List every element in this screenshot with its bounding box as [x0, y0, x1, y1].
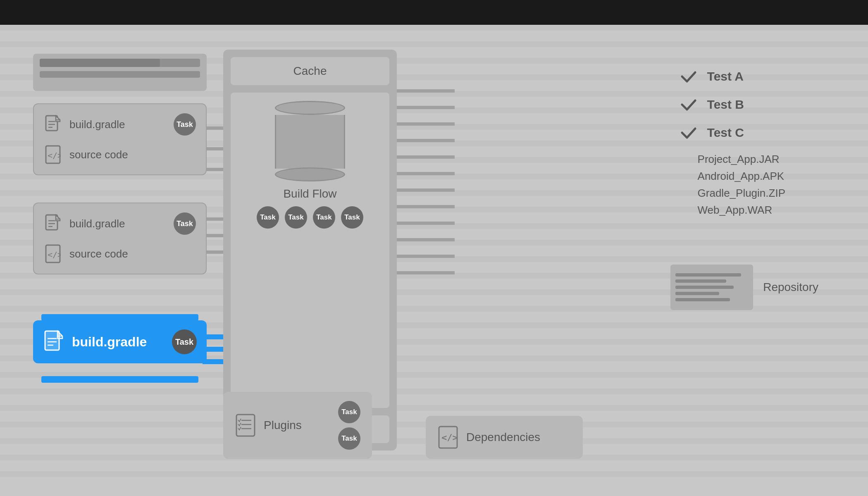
build-flow-label: Build Flow [283, 187, 336, 200]
code-brackets-icon: </> [437, 425, 459, 450]
progress-panel [33, 54, 207, 91]
repo-line-2 [675, 279, 726, 283]
svg-rect-22 [41, 314, 198, 321]
module-1-file-label: build.gradle [69, 118, 166, 131]
db-cylinder [275, 101, 345, 181]
plugins-box: Plugins Task Task [223, 392, 372, 459]
repo-line-1 [675, 273, 741, 277]
db-top [275, 101, 345, 115]
dependencies-label: Dependencies [466, 431, 571, 444]
stripe [0, 25, 868, 31]
task-circle-4: Task [341, 206, 363, 229]
repository-label: Repository [763, 281, 818, 294]
task-circle-2: Task [285, 206, 307, 229]
module-2-code-label: source code [69, 248, 196, 260]
active-module-box: build.gradle Task [33, 320, 207, 363]
svg-text:</>: </> [48, 150, 61, 160]
db-bottom [275, 167, 345, 181]
test-c-label: Test C [707, 126, 744, 140]
svg-text:</>: </> [48, 250, 61, 260]
cache-box: Cache [231, 57, 389, 85]
artifact-4: Web_App.WAR [698, 204, 785, 217]
artifacts-panel: Project_App.JAR Android_App.APK Gradle_P… [698, 153, 785, 217]
test-a-row: Test A [678, 66, 744, 87]
module-2-row-1: build.gradle Task [44, 212, 196, 235]
module-1-code-label: source code [69, 148, 196, 161]
stripe [0, 405, 868, 411]
dependencies-box: </> Dependencies [426, 416, 583, 459]
svg-text:</>: </> [441, 432, 458, 443]
code-icon-1: </> [44, 144, 62, 165]
active-document-icon [43, 329, 64, 354]
db-body [275, 115, 345, 169]
module-2-task-badge: Task [174, 212, 196, 235]
test-c-row: Test C [678, 122, 744, 143]
document-icon-1 [44, 114, 62, 135]
center-panel: Cache Build Flow Task Task Task Task Dep… [223, 50, 397, 451]
module-1-row-2: </> source code [44, 144, 196, 165]
build-flow-box: Build Flow Task Task Task Task [231, 93, 389, 408]
repo-line-3 [675, 286, 734, 289]
test-a-label: Test A [707, 69, 744, 83]
repo-line-4 [675, 292, 719, 295]
module-2-file-label: build.gradle [69, 217, 166, 230]
repository-area: Repository [670, 265, 818, 310]
checkmark-b-icon [678, 94, 699, 115]
plugins-task-2: Task [338, 427, 360, 450]
build-flow-tasks: Task Task Task Task [257, 206, 363, 229]
artifact-3: Gradle_Plugin.ZIP [698, 187, 785, 200]
module-2-row-2: </> source code [44, 243, 196, 265]
main-area: build.gradle Task </> source code [0, 25, 868, 496]
module-1-task-badge: Task [174, 113, 196, 136]
stripe [0, 372, 868, 378]
stripe [0, 471, 868, 477]
checkmark-c-icon [678, 122, 699, 143]
top-bar [0, 0, 868, 25]
artifact-1: Project_App.JAR [698, 153, 785, 166]
test-b-label: Test B [707, 98, 744, 112]
repository-icon [670, 265, 753, 310]
stripe [0, 41, 868, 47]
cache-label: Cache [293, 64, 327, 77]
checklist-icon [235, 413, 256, 438]
stripe [0, 389, 868, 394]
module-box-1: build.gradle Task </> source code [33, 103, 207, 175]
test-b-row: Test B [678, 94, 744, 115]
repo-line-5 [675, 298, 730, 301]
progress-bar-2 [40, 71, 200, 78]
module-box-2: build.gradle Task </> source code [33, 203, 207, 274]
plugins-label: Plugins [264, 419, 331, 432]
progress-bar-1-fill [40, 59, 160, 67]
document-icon-2 [44, 213, 62, 234]
plugins-task-1: Task [338, 401, 360, 423]
module-1-row-1: build.gradle Task [44, 113, 196, 136]
checkmark-a-icon [678, 66, 699, 87]
test-results: Test A Test B Test C [678, 66, 744, 143]
active-task-badge: Task [172, 329, 197, 354]
code-icon-2: </> [44, 243, 62, 265]
task-circle-1: Task [257, 206, 279, 229]
progress-bar-1 [40, 59, 200, 67]
active-module-label: build.gradle [72, 334, 165, 350]
task-circle-3: Task [313, 206, 335, 229]
artifact-2: Android_App.APK [698, 170, 785, 183]
plugins-tasks: Task Task [338, 401, 360, 450]
